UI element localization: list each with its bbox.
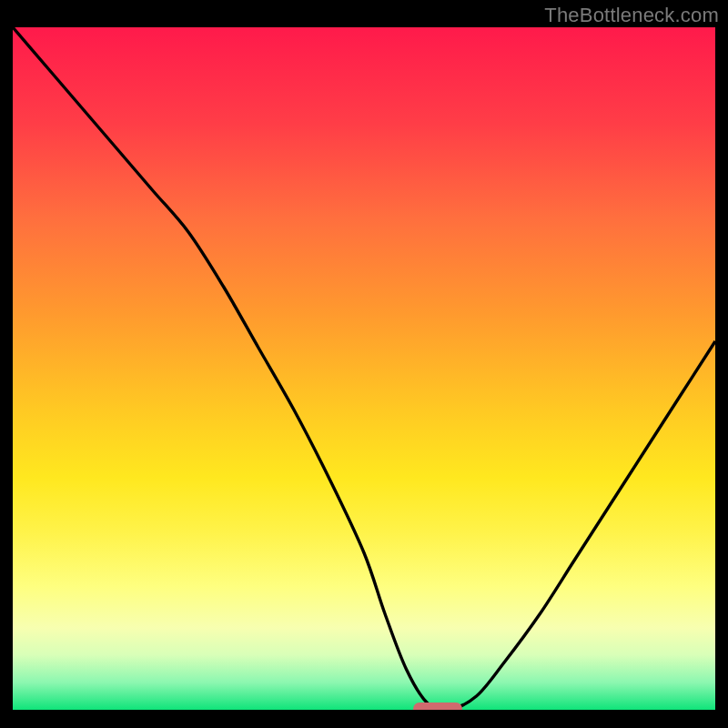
chart-frame: [13, 27, 715, 728]
watermark-text: TheBottleneck.com: [544, 4, 719, 27]
bottom-black-strip: [13, 710, 715, 728]
curve-path: [13, 27, 715, 710]
bottleneck-curve: [13, 27, 715, 710]
